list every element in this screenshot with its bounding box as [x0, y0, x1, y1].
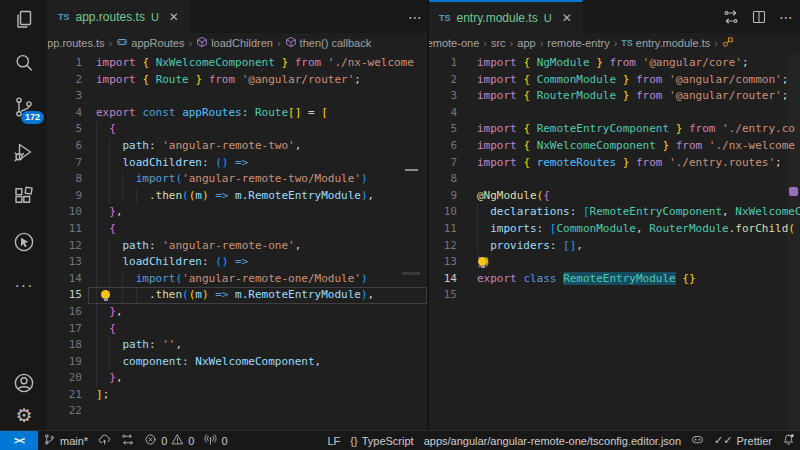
- split-editor-icon[interactable]: [751, 9, 767, 25]
- breadcrumb-item-remote-one[interactable]: remote-one: [429, 37, 479, 49]
- tab-entry.module.ts[interactable]: TSentry.module.tsU✕: [429, 0, 583, 33]
- code-line-8[interactable]: 8 import('angular-remote-two/Module'): [48, 171, 429, 188]
- code-line-10[interactable]: 10 },: [48, 204, 429, 221]
- statusbar-tsconfig-project[interactable]: apps/angular/angular-remote-one/tsconfig…: [419, 431, 686, 450]
- line-number: 2: [48, 72, 82, 89]
- lightbulb-icon[interactable]: [100, 290, 111, 301]
- code-line-9[interactable]: 9@NgModule({: [429, 188, 800, 205]
- more-actions-icon[interactable]: ⋯: [779, 9, 794, 25]
- code-line-9[interactable]: 9 .then((m) => m.RemoteEntryModule),: [48, 188, 429, 205]
- code-line-21[interactable]: 21];: [48, 387, 429, 404]
- code-line-11[interactable]: 11 {: [48, 221, 429, 238]
- activitybar-settings[interactable]: ⚙: [12, 404, 36, 428]
- label: ><: [14, 435, 24, 446]
- code-line-14[interactable]: 14 import('angular-remote-one/Module'): [48, 271, 429, 288]
- close-icon[interactable]: ✕: [562, 11, 572, 25]
- close-icon[interactable]: ✕: [169, 10, 179, 24]
- statusbar-remote-indicator[interactable]: ><: [0, 431, 38, 450]
- breadcrumb-item-src[interactable]: src: [491, 37, 506, 49]
- breadcrumb: app.routes.ts›appRoutes›loadChildren›the…: [48, 33, 429, 53]
- activitybar-more-views[interactable]: ···: [12, 276, 36, 300]
- statusbar-language-mode[interactable]: {}TypeScript: [345, 431, 418, 450]
- indent-guide: [109, 171, 110, 188]
- statusbar-sync-changes[interactable]: [116, 431, 139, 450]
- statusbar-notifications[interactable]: [777, 431, 800, 450]
- code-line-22[interactable]: 22: [48, 403, 429, 420]
- breadcrumb-item-then() callback[interactable]: then() callback: [285, 36, 372, 50]
- breadcrumb-label: appRoutes: [131, 37, 184, 49]
- code-line-18[interactable]: 18 path: '',: [48, 337, 429, 354]
- breadcrumb-item-symbol[interactable]: [722, 36, 734, 50]
- compare-changes-icon[interactable]: [723, 9, 739, 25]
- breadcrumb-item-loadChildren[interactable]: loadChildren: [196, 36, 273, 50]
- activitybar-extensions[interactable]: [12, 185, 36, 209]
- statusbar-problems[interactable]: 00: [139, 431, 199, 450]
- activitybar-account[interactable]: [12, 371, 36, 395]
- lightbulb-icon[interactable]: [477, 257, 488, 268]
- code-line-3[interactable]: 3: [48, 88, 429, 105]
- activitybar-nx-console[interactable]: [12, 230, 36, 254]
- statusbar-branch[interactable]: main*: [38, 431, 93, 450]
- code-line-15[interactable]: 15 .then((m) => m.RemoteEntryModule),: [48, 287, 429, 304]
- code-line-2[interactable]: 2import { Route } from '@angular/router'…: [48, 72, 429, 89]
- breadcrumb-item-appRoutes[interactable]: appRoutes: [116, 36, 184, 50]
- code-line-5[interactable]: 5 {: [48, 121, 429, 138]
- more-actions-icon[interactable]: ⋯: [408, 9, 423, 25]
- breadcrumb-item-app.routes.ts[interactable]: app.routes.ts: [48, 37, 105, 49]
- code-line-8[interactable]: 8: [429, 171, 800, 188]
- tab-app.routes.ts[interactable]: TSapp.routes.tsU✕: [48, 0, 190, 33]
- scrollbar[interactable]: [787, 53, 800, 430]
- branch-icon: [43, 433, 56, 448]
- statusbar-eol[interactable]: LF: [322, 431, 345, 450]
- statusbar-formatter[interactable]: ✓✓Prettier: [709, 431, 777, 450]
- code-line-7[interactable]: 7import { remoteRoutes } from './entry.r…: [429, 155, 800, 172]
- code-line-16[interactable]: 16 },: [48, 304, 429, 321]
- indent-guide: [96, 287, 97, 304]
- code-line-6[interactable]: 6 path: 'angular-remote-two',: [48, 138, 429, 155]
- line-number: 1: [429, 55, 457, 72]
- code-line-17[interactable]: 17 {: [48, 321, 429, 338]
- code-line-19[interactable]: 19 component: NxWelcomeComponent,: [48, 354, 429, 371]
- activitybar-explorer[interactable]: [12, 7, 36, 31]
- code-line-1[interactable]: 1import { NxWelcomeComponent } from './n…: [48, 55, 429, 72]
- activitybar-search[interactable]: [12, 51, 36, 75]
- line-number: 4: [429, 105, 457, 122]
- statusbar-ports[interactable]: 0: [199, 431, 232, 450]
- code-line-14[interactable]: 14export class RemoteEntryModule {}: [429, 271, 800, 288]
- breadcrumb: remote-one›src›app›remote-entry›TSentry.…: [429, 33, 800, 53]
- line-number: 6: [48, 138, 82, 155]
- code-line-4[interactable]: 4: [429, 105, 800, 122]
- label: apps/angular/angular-remote-one/tsconfig…: [424, 435, 681, 447]
- breadcrumb-item-app[interactable]: app: [517, 37, 535, 49]
- code-line-11[interactable]: 11 imports: [CommonModule, RouterModule.…: [429, 221, 800, 238]
- indent-guide: [109, 138, 110, 155]
- code-line-13[interactable]: 13 loadChildren: () =>: [48, 254, 429, 271]
- code-line-15[interactable]: 15: [429, 287, 800, 304]
- code-line-13[interactable]: 13}): [429, 254, 800, 271]
- label: TypeScript: [362, 435, 414, 447]
- compare-icon: [121, 433, 134, 448]
- editor-group-divider[interactable]: [427, 0, 429, 430]
- code-line-3[interactable]: 3import { RouterModule } from '@angular/…: [429, 88, 800, 105]
- code-line-7[interactable]: 7 loadChildren: () =>: [48, 155, 429, 172]
- code-line-10[interactable]: 10 declarations: [RemoteEntryComponent, …: [429, 204, 800, 221]
- breadcrumb-item-entry.module.ts[interactable]: TSentry.module.ts: [621, 37, 710, 49]
- activitybar-source-control[interactable]: 172: [12, 95, 36, 119]
- statusbar-publish[interactable]: [93, 431, 116, 450]
- breadcrumb-separator: ›: [540, 37, 544, 49]
- code-line-12[interactable]: 12 providers: [],: [429, 238, 800, 255]
- code-line-20[interactable]: 20 },: [48, 370, 429, 387]
- code-line-6[interactable]: 6import { NxWelcomeComponent } from './n…: [429, 138, 800, 155]
- label: Prettier: [737, 435, 772, 447]
- breadcrumb-item-remote-entry[interactable]: remote-entry: [547, 37, 609, 49]
- line-content: [457, 171, 800, 188]
- code-line-2[interactable]: 2import { CommonModule } from '@angular/…: [429, 72, 800, 89]
- code-line-1[interactable]: 1import { NgModule } from '@angular/core…: [429, 55, 800, 72]
- line-number: 13: [429, 254, 457, 271]
- activitybar-run-and-debug[interactable]: [12, 140, 36, 164]
- code-line-12[interactable]: 12 path: 'angular-remote-one',: [48, 238, 429, 255]
- line-number: 12: [429, 238, 457, 255]
- statusbar-copilot[interactable]: [686, 431, 709, 450]
- code-line-4[interactable]: 4export const appRoutes: Route[] = [: [48, 105, 429, 122]
- code-line-5[interactable]: 5import { RemoteEntryComponent } from '.…: [429, 121, 800, 138]
